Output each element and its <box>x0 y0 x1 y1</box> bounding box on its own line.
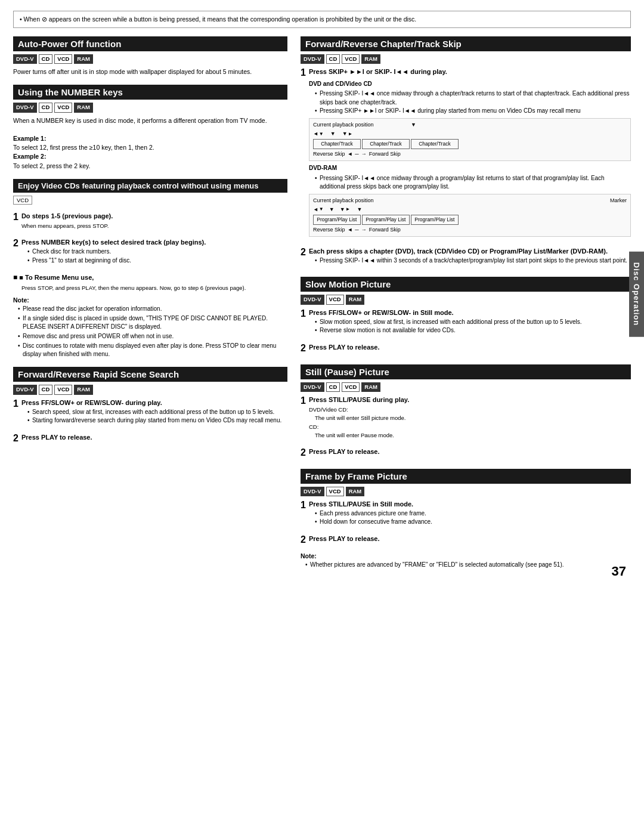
auto-power-section: Auto-Power Off function DVD-V CD VCD RAM… <box>13 36 287 77</box>
badge-vcd: VCD <box>54 54 72 64</box>
enjoy-vcd-section: Enjoy Video CDs featuring playback contr… <box>13 179 287 358</box>
frame-step1-title: Press STILL/PAUSE in Still mode. <box>309 500 413 508</box>
dvd-ram-bullets: Pressing SKIP- I◄◄ once midway through a… <box>315 174 631 191</box>
side-tab: Disc Operation <box>629 252 644 336</box>
chapter-step2-subs: Pressing SKIP- I◄◄ within 3 seconds of a… <box>315 256 631 265</box>
slow-motion-badges: DVD-V VCD RAM <box>301 295 631 304</box>
frame-note-list: Whether pictures are advanced by "FRAME"… <box>301 561 631 569</box>
frame-section: Frame by Frame Picture DVD-V VCD RAM 1 P… <box>301 469 631 569</box>
right-column: Forward/Reverse Chapter/Track Skip DVD-V… <box>301 36 631 577</box>
auto-power-body: Power turns off after unit is in stop mo… <box>13 67 287 76</box>
rapid-step1-content: Press FF/SLOW+ or REW/SLOW- during play.… <box>21 398 287 425</box>
left-column: Auto-Power Off function DVD-V CD VCD RAM… <box>13 36 287 577</box>
enjoy-step2-sub1: Check disc for track numbers. <box>27 248 287 256</box>
chapter-skip-section: Forward/Reverse Chapter/Track Skip DVD-V… <box>301 36 631 269</box>
slow-motion-body: 1 Press FF/SLOW+ or REW/SLOW- in Still m… <box>301 308 631 356</box>
still-pause-badges: DVD-V CD VCD RAM <box>301 382 631 392</box>
diag1-cell2: Chapter/Track <box>362 139 410 149</box>
enjoy-step1-title: Do steps 1-5 (previous page). <box>21 212 113 220</box>
chapter-step1-num: 1 <box>301 67 306 78</box>
diag1-cell3: Chapter/Track <box>411 139 459 149</box>
enjoy-vcd-body: 1 Do steps 1-5 (previous page). When men… <box>13 212 287 358</box>
chapter-step2-sub1: Pressing SKIP- I◄◄ within 3 seconds of a… <box>315 256 631 265</box>
badge-cd4: CD <box>326 54 340 64</box>
diag1-skip-row: Reverse Skip ◄─→ Forward Skip <box>313 150 627 158</box>
dvd-ram-bullet1: Pressing SKIP- I◄◄ once midway through a… <box>315 174 631 191</box>
enjoy-vcd-title: Enjoy Video CDs featuring playback contr… <box>13 179 287 193</box>
frame-badges: DVD-V VCD RAM <box>301 487 631 496</box>
diag2-reverse: Reverse Skip <box>313 226 345 234</box>
auto-power-badges: DVD-V CD VCD RAM <box>13 54 287 64</box>
frame-step1-subs: Each press advances picture one frame. H… <box>315 509 631 527</box>
badge-ram: RAM <box>74 54 93 64</box>
frame-note-title: Note: <box>301 552 631 561</box>
badge-dvdv7: DVD-V <box>301 487 324 496</box>
still-step2-content: Press PLAY to release. <box>309 447 631 457</box>
chapter-step2-content: Each press skips a chapter (DVD), track … <box>309 247 631 265</box>
slow-step1-num: 1 <box>301 308 306 319</box>
frame-step1: 1 Press STILL/PAUSE in Still mode. Each … <box>301 500 631 530</box>
badge-ram4: RAM <box>361 54 380 64</box>
badge-vcd8: VCD <box>326 487 344 496</box>
enjoy-step2-content: Press NUMBER key(s) to select desired tr… <box>21 238 287 265</box>
dvd-cd-bullets: Pressing SKIP- I◄◄ once midway through a… <box>315 89 631 116</box>
slow-step2-num: 2 <box>301 343 306 354</box>
diag2-cell3: Program/Play List <box>411 215 459 225</box>
dvd-ram-sub-title: DVD-RAM <box>309 164 631 173</box>
number-keys-desc: When a NUMBER key is used in disc mode, … <box>13 116 287 125</box>
frame-step1-content: Press STILL/PAUSE in Still mode. Each pr… <box>309 500 631 527</box>
badge-vcd5: VCD <box>342 54 360 64</box>
frame-step2: 2 Press PLAY to release. <box>301 534 631 548</box>
enjoy-step1-sub: When menu appears, press STOP. <box>21 222 109 229</box>
slow-step1-subs: Slow motion speed, slow at first, is inc… <box>315 318 631 335</box>
slow-step1-content: Press FF/SLOW+ or REW/SLOW- in Still mod… <box>309 308 631 335</box>
diag1-arrows: ◄▼ ▼ ▼► <box>313 130 627 138</box>
enjoy-note-title: Note: <box>13 296 287 305</box>
badge-dvdv5: DVD-V <box>301 295 324 304</box>
frame-step2-title: Press PLAY to release. <box>309 535 380 542</box>
rapid-step2-num: 2 <box>13 433 18 444</box>
rapid-step2-content: Press PLAY to release. <box>21 433 287 443</box>
diag1-forward: Forward Skip <box>369 150 401 158</box>
chapter-step1-title: Press SKIP+ ►►I or SKIP- I◄◄ during play… <box>309 68 447 75</box>
diag1-cells: Chapter/Track Chapter/Track Chapter/Trac… <box>313 139 627 149</box>
chapter-step2-num: 2 <box>301 247 306 258</box>
enjoy-step2-subs: Check disc for track numbers. Press "1" … <box>27 248 287 265</box>
frame-step1-sub2: Hold down for consecutive frame advance. <box>315 518 631 527</box>
chapter-step1: 1 Press SKIP+ ►►I or SKIP- I◄◄ during pl… <box>301 67 631 243</box>
enjoy-note-4: Disc continues to rotate with menu displ… <box>18 342 287 358</box>
chapter-skip-body: 1 Press SKIP+ ►►I or SKIP- I◄◄ during pl… <box>301 67 631 268</box>
slow-motion-title: Slow Motion Picture <box>301 277 631 292</box>
enjoy-step1-num: 1 <box>13 212 18 222</box>
enjoy-step1: 1 Do steps 1-5 (previous page). When men… <box>13 212 287 234</box>
frame-step2-num: 2 <box>301 534 306 545</box>
page-number: 37 <box>612 564 626 579</box>
chapter-skip-badges: DVD-V CD VCD RAM <box>301 54 631 64</box>
still-step1: 1 Press STILL/PAUSE during play. DVD/Vid… <box>301 395 631 443</box>
enjoy-step1-content: Do steps 1-5 (previous page). When menu … <box>21 212 287 230</box>
diag2-arrows: ◄▼ ▼ ▼► ▼ <box>313 206 627 214</box>
still-dvd-text: The unit will enter Still picture mode. <box>315 414 631 422</box>
enjoy-note-3: Remove disc and press unit POWER off whe… <box>18 332 287 341</box>
rapid-step1-sub1: Search speed, slow at first, increases w… <box>27 408 287 417</box>
badge-ram6: RAM <box>361 382 380 392</box>
diag1-cell1: Chapter/Track <box>313 139 361 149</box>
auto-power-title: Auto-Power Off function <box>13 36 287 51</box>
slow-step1-sub1: Slow motion speed, slow at first, is inc… <box>315 318 631 327</box>
rapid-step1: 1 Press FF/SLOW+ or REW/SLOW- during pla… <box>13 398 287 429</box>
still-step1-num: 1 <box>301 395 306 406</box>
slow-step1-title: Press FF/SLOW+ or REW/SLOW- in Still mod… <box>309 309 454 316</box>
skip-diagram1: Current playback position ▼ ◄▼ ▼ ▼► Chap… <box>309 118 631 161</box>
diag1-current: Current playback position ▼ <box>313 121 627 129</box>
chapter-step1-content: Press SKIP+ ►►I or SKIP- I◄◄ during play… <box>309 67 631 239</box>
diag2-cell1: Program/Play List <box>313 215 361 225</box>
still-cd-text: The unit will enter Pause mode. <box>315 431 631 440</box>
example2-label: Example 2: <box>13 153 46 160</box>
chapter-skip-title: Forward/Reverse Chapter/Track Skip <box>301 36 631 51</box>
diag2-forward: Forward Skip <box>369 226 401 234</box>
chapter-step2-title: Each press skips a chapter (DVD), track … <box>309 248 608 255</box>
badge-cd3: CD <box>39 385 53 394</box>
diag1-reverse: Reverse Skip <box>313 150 345 158</box>
frame-step1-sub1: Each press advances picture one frame. <box>315 509 631 518</box>
rapid-step1-title: Press FF/SLOW+ or REW/SLOW- during play. <box>21 399 162 406</box>
